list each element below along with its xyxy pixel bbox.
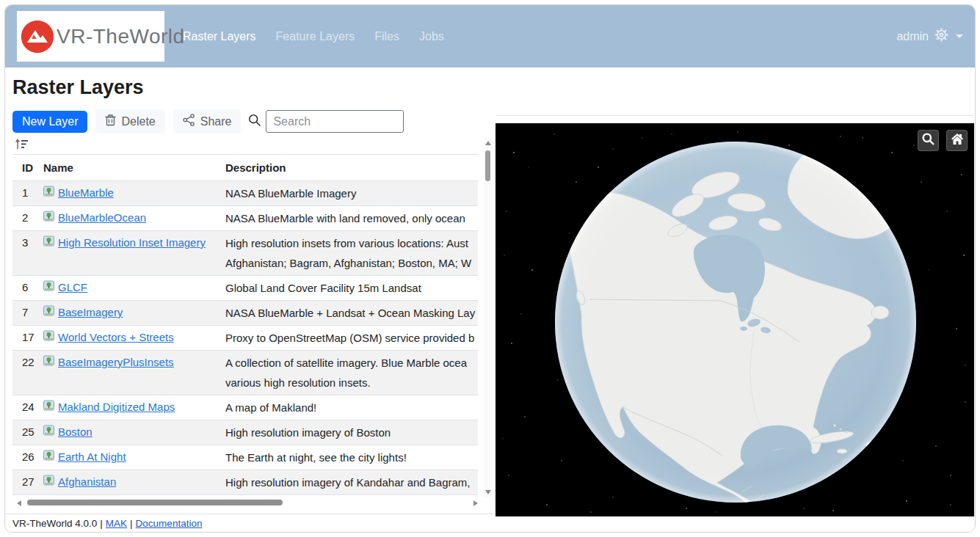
sort-amount-icon[interactable] — [15, 139, 29, 153]
page-title: Raster Layers — [12, 76, 975, 99]
globe-home-button[interactable] — [946, 130, 968, 151]
table-row[interactable]: 7 BaseImagery NASA BlueMarble + Landsat … — [12, 300, 478, 325]
documentation-link[interactable]: Documentation — [136, 518, 203, 529]
row-id: 27 — [12, 472, 43, 492]
table-row[interactable]: 25 Boston High resolution imagery of Bos… — [12, 420, 478, 445]
row-id: 22 — [12, 353, 43, 372]
layer-link[interactable]: BlueMarbleOcean — [58, 208, 146, 227]
table-row[interactable]: 17 World Vectors + Streets Proxy to Open… — [12, 325, 478, 350]
app-window: VR-TheWorld Raster Layers Feature Layers… — [4, 4, 976, 533]
layers-panel: New Layer Delete — [12, 109, 494, 516]
share-label: Share — [200, 115, 232, 128]
layer-link[interactable]: Makland Digitized Maps — [58, 398, 175, 417]
table-row[interactable]: 1 BlueMarble NASA BlueMarble Imagery — [12, 180, 478, 205]
new-layer-button[interactable]: New Layer — [12, 111, 87, 133]
horizontal-scrollbar[interactable] — [12, 499, 482, 508]
row-id: 2 — [12, 208, 43, 227]
layer-link[interactable]: Earth At Night — [58, 448, 126, 467]
row-description: High resolution imagery of Kandahar and … — [225, 472, 478, 492]
image-icon — [43, 278, 54, 297]
top-navbar: VR-TheWorld Raster Layers Feature Layers… — [5, 5, 975, 67]
layer-link[interactable]: GLCF — [58, 278, 87, 297]
share-button[interactable]: Share — [173, 109, 242, 134]
image-icon — [43, 353, 54, 372]
image-icon — [43, 303, 54, 322]
row-id: 6 — [12, 278, 43, 297]
row-description: NASA BlueMarble with land removed, only … — [225, 208, 478, 228]
globe-zoom-button[interactable] — [918, 130, 939, 151]
main-nav: Raster Layers Feature Layers Files Jobs — [183, 30, 444, 43]
row-description: The Earth at night, see the city lights! — [225, 448, 478, 467]
new-layer-label: New Layer — [22, 115, 78, 128]
table-row[interactable]: 2 BlueMarbleOcean NASA BlueMarble with l… — [12, 205, 478, 230]
image-icon — [43, 423, 54, 442]
nav-raster-layers[interactable]: Raster Layers — [183, 30, 256, 43]
row-id: 24 — [12, 398, 43, 417]
home-icon — [950, 132, 965, 149]
row-id: 17 — [12, 328, 43, 347]
layer-link[interactable]: BaseImageryPlusInsets — [58, 353, 174, 372]
row-description: NASA BlueMarble Imagery — [225, 183, 478, 203]
globe-3d-view[interactable] — [496, 123, 974, 516]
image-icon — [43, 328, 54, 347]
user-menu[interactable]: admin — [896, 28, 963, 45]
table-row[interactable]: 24 Makland Digitized Maps A map of Makla… — [12, 395, 478, 420]
image-icon — [43, 233, 54, 252]
delete-label: Delete — [121, 115, 155, 128]
table-row[interactable]: 3 High Resolution Inset Imagery High res… — [12, 230, 478, 275]
row-description: A collection of satellite imagery. Blue … — [225, 353, 478, 392]
col-id[interactable]: ID — [12, 158, 43, 178]
layer-link[interactable]: Afghanistan — [58, 472, 116, 492]
image-icon — [43, 183, 54, 202]
row-id: 25 — [12, 423, 43, 442]
search-icon — [247, 113, 262, 131]
footer-separator: | — [130, 518, 133, 529]
atmosphere-rim — [555, 142, 916, 503]
scroll-left-arrow-icon[interactable] — [17, 500, 21, 506]
brand-logo[interactable]: VR-TheWorld — [17, 11, 164, 62]
row-description: NASA BlueMarble + Landsat + Ocean Maskin… — [225, 303, 478, 323]
horizontal-scroll-thumb[interactable] — [27, 500, 283, 505]
table-row[interactable]: 27 Afghanistan High resolution imagery o… — [12, 470, 478, 494]
delete-button[interactable]: Delete — [95, 109, 164, 134]
panel-divider — [496, 115, 974, 116]
toolbar: New Layer Delete — [12, 109, 494, 134]
layer-link[interactable]: High Resolution Inset Imagery — [58, 233, 206, 252]
col-description[interactable]: Description — [225, 158, 478, 178]
nav-feature-layers[interactable]: Feature Layers — [276, 30, 355, 43]
layer-link[interactable]: World Vectors + Streets — [58, 328, 174, 347]
vertical-scrollbar[interactable] — [484, 138, 493, 497]
layer-link[interactable]: BaseImagery — [58, 303, 123, 322]
table-row[interactable]: 26 Earth At Night The Earth at night, se… — [12, 445, 478, 470]
nav-files[interactable]: Files — [374, 30, 399, 43]
trash-icon — [105, 114, 116, 129]
nav-jobs[interactable]: Jobs — [419, 30, 444, 43]
username-label: admin — [896, 30, 929, 43]
table-row[interactable]: 31 Coastlines — [12, 494, 478, 497]
table-row[interactable]: 6 GLCF Global Land Cover Facility 15m La… — [12, 275, 478, 300]
row-id: 26 — [12, 448, 43, 467]
layer-link[interactable]: BlueMarble — [58, 183, 114, 202]
row-id: 7 — [12, 303, 43, 322]
table-row[interactable]: 22 BaseImageryPlusInsets A collection of… — [12, 350, 478, 395]
image-icon — [43, 448, 54, 467]
search-input[interactable] — [266, 110, 404, 133]
footer-separator: | — [100, 518, 103, 529]
col-name[interactable]: Name — [43, 158, 225, 178]
scroll-down-arrow-icon[interactable] — [485, 490, 491, 494]
scroll-up-arrow-icon[interactable] — [485, 141, 491, 145]
vertical-scroll-thumb[interactable] — [485, 150, 490, 181]
app-version: VR-TheWorld 4.0.0 — [12, 518, 97, 529]
scroll-right-arrow-icon[interactable] — [473, 500, 478, 506]
magnifier-icon — [921, 132, 935, 149]
row-description: A map of Makland! — [225, 398, 478, 417]
gear-icon[interactable] — [934, 28, 948, 45]
row-description: Proxy to OpenStreetMap (OSM) service pro… — [225, 328, 478, 348]
layer-link[interactable]: Boston — [58, 423, 92, 442]
globe-viewport[interactable] — [496, 123, 974, 516]
mak-link[interactable]: MAK — [106, 518, 127, 529]
brand-name: VR-TheWorld — [57, 25, 185, 48]
globe-panel — [496, 109, 976, 516]
row-description: High resolution imagery of Boston — [225, 423, 478, 442]
chevron-down-icon[interactable] — [956, 34, 963, 38]
